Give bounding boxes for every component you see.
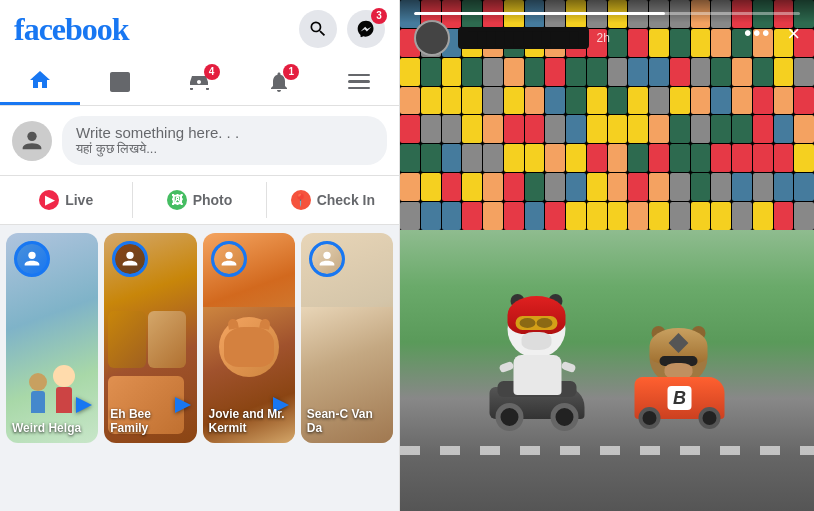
story-user-info: ████████████ 2h bbox=[414, 20, 610, 56]
live-button[interactable]: ▶ Live bbox=[0, 182, 133, 218]
photo-button[interactable]: 🖼 Photo bbox=[133, 182, 266, 218]
story-card-3[interactable]: Jovie and Mr. Kermit bbox=[203, 233, 295, 443]
story-viewer-avatar bbox=[414, 20, 450, 56]
tab-home[interactable] bbox=[0, 58, 80, 105]
story-close-button[interactable]: × bbox=[787, 23, 800, 45]
kart-number: B bbox=[673, 388, 686, 409]
messenger-badge: 3 bbox=[371, 8, 387, 24]
tab-notifications[interactable]: 1 bbox=[239, 58, 319, 105]
tab-marketplace[interactable]: 4 bbox=[160, 58, 240, 105]
story-card-4[interactable]: Sean-C Van Da bbox=[301, 233, 393, 443]
story-label-1: Weird Helga bbox=[12, 421, 92, 435]
app-header: facebook 3 bbox=[0, 0, 399, 58]
post-placeholder-line2: यहां कुछ लिखये... bbox=[76, 141, 373, 157]
story-avatar-1 bbox=[14, 241, 50, 277]
story-figure bbox=[53, 365, 75, 413]
story-label-4: Sean-C Van Da bbox=[307, 407, 387, 435]
story-more-button[interactable]: ••• bbox=[744, 22, 771, 45]
user-avatar bbox=[12, 121, 52, 161]
svg-point-3 bbox=[225, 252, 232, 259]
story-progress-fill bbox=[414, 12, 665, 15]
racing-background: B bbox=[400, 0, 814, 511]
checkin-label: Check In bbox=[317, 192, 375, 208]
story-username-redacted: ████████████ bbox=[458, 27, 589, 49]
story-viewer: B ████████████ 2h ••• × bbox=[400, 0, 814, 511]
story-top-bar bbox=[400, 0, 814, 23]
story-figure bbox=[29, 373, 47, 413]
story-time: 2h bbox=[597, 31, 610, 45]
tab-video[interactable] bbox=[80, 58, 160, 105]
facebook-logo: facebook bbox=[14, 11, 129, 48]
svg-point-2 bbox=[127, 252, 134, 259]
story-progress-bar bbox=[414, 12, 800, 15]
home-icon bbox=[28, 68, 52, 92]
nav-tabs: 4 1 bbox=[0, 58, 399, 106]
story-card-1[interactable]: Weird Helga bbox=[6, 233, 98, 443]
tab-menu[interactable] bbox=[319, 58, 399, 105]
person-icon bbox=[18, 127, 46, 155]
video-icon bbox=[108, 70, 132, 94]
post-action-buttons: ▶ Live 🖼 Photo 📍 Check In bbox=[0, 175, 399, 225]
story-label-3: Jovie and Mr. Kermit bbox=[209, 407, 289, 435]
facebook-left-panel: facebook 3 bbox=[0, 0, 400, 511]
create-post-area: Write something here. . . यहां कुछ लिखये… bbox=[0, 106, 399, 175]
stories-section: Weird Helga bbox=[0, 225, 399, 511]
story-label-2: Eh Bee Family bbox=[110, 407, 190, 435]
live-icon: ▶ bbox=[39, 190, 59, 210]
story-avatar-2 bbox=[112, 241, 148, 277]
svg-point-1 bbox=[28, 252, 35, 259]
header-icons: 3 bbox=[299, 10, 385, 48]
search-button[interactable] bbox=[299, 10, 337, 48]
search-icon bbox=[308, 19, 328, 39]
story-top-actions: ••• × bbox=[744, 22, 800, 45]
live-label: Live bbox=[65, 192, 93, 208]
photo-label: Photo bbox=[193, 192, 233, 208]
post-placeholder-line1: Write something here. . . bbox=[76, 124, 373, 141]
racing-characters: B bbox=[490, 300, 725, 419]
story-arrow-1 bbox=[76, 397, 92, 413]
story-avatar-3 bbox=[211, 241, 247, 277]
photo-icon: 🖼 bbox=[167, 190, 187, 210]
track-stripe bbox=[400, 446, 814, 454]
svg-point-4 bbox=[323, 252, 330, 259]
checkin-icon: 📍 bbox=[291, 190, 311, 210]
hamburger-icon bbox=[346, 72, 372, 92]
post-input[interactable]: Write something here. . . यहां कुछ लिखये… bbox=[62, 116, 387, 165]
svg-point-0 bbox=[27, 131, 36, 140]
messenger-button[interactable]: 3 bbox=[347, 10, 385, 48]
stories-row: Weird Helga bbox=[6, 233, 393, 443]
marketplace-badge: 4 bbox=[204, 64, 220, 80]
checkin-button[interactable]: 📍 Check In bbox=[267, 182, 399, 218]
notifications-badge: 1 bbox=[283, 64, 299, 80]
story-avatar-4 bbox=[309, 241, 345, 277]
story-card-2[interactable]: Eh Bee Family bbox=[104, 233, 196, 443]
